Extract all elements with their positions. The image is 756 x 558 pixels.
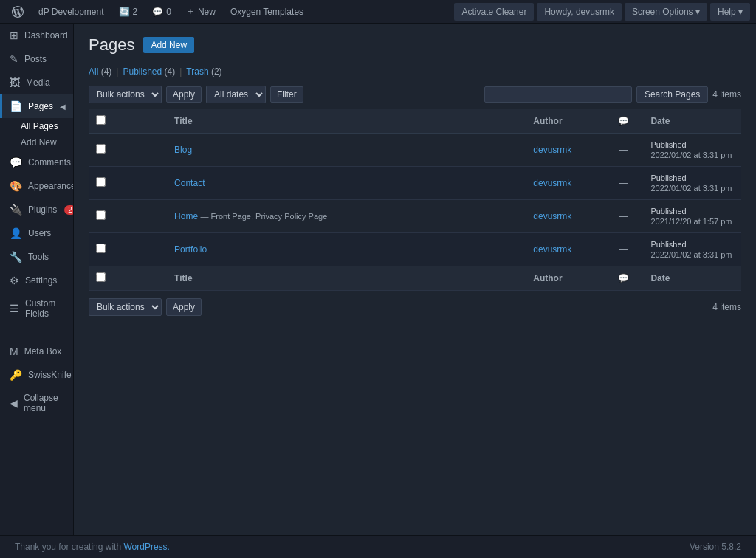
sidebar-item-comments[interactable]: 💬 Comments <box>0 151 73 174</box>
tfoot-date[interactable]: Date <box>643 266 741 291</box>
table-row: Portfolio devusrmk — Published 2022/01/0… <box>89 233 741 266</box>
activate-cleaner-button[interactable]: Activate Cleaner <box>454 3 534 21</box>
site-name-item[interactable]: dP Development <box>32 0 110 24</box>
new-item[interactable]: ＋ New <box>180 0 221 24</box>
row-checkbox-cell <box>89 200 167 233</box>
sidebar-collapse-menu[interactable]: ◀ Collapse menu <box>0 387 73 419</box>
search-pages-button[interactable]: Search Pages <box>636 86 708 103</box>
sidebar-item-tools[interactable]: 🔧 Tools <box>0 245 73 269</box>
bulk-actions-select-bottom[interactable]: Bulk actions <box>89 298 162 316</box>
oxygen-templates-item[interactable]: Oxygen Templates <box>224 0 309 24</box>
filter-sep-1: | <box>116 66 118 77</box>
sidebar-sub-add-new[interactable]: Add New <box>0 134 73 151</box>
row-title-cell-home: Home — Front Page, Privacy Policy Page <box>167 200 526 233</box>
sidebar-item-users[interactable]: 👤 Users <box>0 221 73 245</box>
page-link-portfolio[interactable]: Portfolio <box>174 244 207 255</box>
row-date-cell-portfolio: Published 2022/01/02 at 3:31 pm <box>643 233 741 266</box>
updates-item[interactable]: 🔄 2 <box>113 0 144 24</box>
pages-icon: 📄 <box>10 100 22 112</box>
row-date-cell-contact: Published 2022/01/02 at 3:31 pm <box>643 167 741 200</box>
users-icon: 👤 <box>10 227 22 239</box>
sidebar-item-appearance[interactable]: 🎨 Appearance <box>0 174 73 198</box>
page-title: Pages <box>89 35 134 55</box>
updates-count: 2 <box>133 7 138 17</box>
page-link-contact[interactable]: Contact <box>174 178 205 188</box>
footer-text: Thank you for creating with WordPress. <box>15 542 170 552</box>
sidebar-label-users: Users <box>28 228 51 238</box>
author-link-blog[interactable]: devusrmk <box>533 145 571 155</box>
sidebar-item-meta-box[interactable]: M Meta Box <box>0 340 73 363</box>
settings-icon: ⚙ <box>10 275 19 286</box>
date-status-home: Published <box>650 207 686 216</box>
row-checkbox-contact[interactable] <box>96 177 106 187</box>
row-date-cell-blog: Published 2022/01/02 at 3:31 pm <box>643 134 741 167</box>
th-date[interactable]: Date <box>643 109 741 134</box>
tfoot-title[interactable]: Title <box>167 266 526 291</box>
select-all-checkbox[interactable] <box>96 115 106 125</box>
row-author-cell-home: devusrmk <box>526 200 604 233</box>
filter-button[interactable]: Filter <box>270 86 303 103</box>
table-footer-row: Title Author 💬 Date <box>89 266 741 291</box>
bulk-actions-select-top[interactable]: Bulk actions <box>89 86 162 103</box>
add-new-button[interactable]: Add New <box>143 37 194 53</box>
row-checkbox-portfolio[interactable] <box>96 244 106 253</box>
row-checkbox-cell <box>89 233 167 266</box>
row-checkbox-cell <box>89 134 167 167</box>
filter-sep-2: | <box>179 66 182 77</box>
footer: Thank you for creating with WordPress. V… <box>0 535 756 558</box>
author-link-contact[interactable]: devusrmk <box>533 178 571 188</box>
row-checkbox-home[interactable] <box>96 210 106 220</box>
footer-wp-link[interactable]: WordPress. <box>123 542 169 552</box>
apply-button-bottom[interactable]: Apply <box>166 298 202 316</box>
table-row: Home — Front Page, Privacy Policy Page d… <box>89 200 741 233</box>
page-link-home[interactable]: Home <box>174 211 198 221</box>
meta-box-icon: M <box>10 345 18 357</box>
author-link-home[interactable]: devusrmk <box>533 211 571 221</box>
filter-all[interactable]: All (4) <box>89 66 111 77</box>
sidebar-item-pages[interactable]: 📄 Pages ◀ <box>0 94 73 118</box>
th-author[interactable]: Author <box>526 109 604 134</box>
sidebar-item-swiss-knife[interactable]: 🔑 SwissKnife <box>0 363 73 387</box>
row-title-cell-portfolio: Portfolio <box>167 233 526 266</box>
comments-item[interactable]: 💬 0 <box>146 0 177 24</box>
row-checkbox-blog[interactable] <box>96 144 106 154</box>
date-status-contact: Published <box>650 173 686 182</box>
screen-options-button[interactable]: Screen Options ▾ <box>625 3 707 21</box>
media-icon: 🖼 <box>10 77 20 89</box>
row-author-cell-contact: devusrmk <box>526 167 604 200</box>
author-link-portfolio[interactable]: devusrmk <box>533 244 571 255</box>
date-value-contact: 2022/01/02 at 3:31 pm <box>650 184 732 193</box>
wp-logo-icon <box>12 6 24 18</box>
sidebar-item-custom-fields[interactable]: ☰ Custom Fields <box>0 292 73 325</box>
wp-logo-item[interactable] <box>6 0 30 24</box>
sidebar-item-plugins[interactable]: 🔌 Plugins 2 <box>0 198 73 221</box>
sidebar-label-settings: Settings <box>25 275 57 286</box>
tfoot-comments: 💬 <box>604 266 643 291</box>
sidebar-item-posts[interactable]: ✎ Posts <box>0 47 73 71</box>
table-row: Contact devusrmk — Published 2022/01/02 … <box>89 167 741 200</box>
sidebar-label-collapse: Collapse menu <box>24 393 66 413</box>
sidebar-item-settings[interactable]: ⚙ Settings <box>0 269 73 292</box>
search-input[interactable] <box>484 86 632 103</box>
admin-bar: dP Development 🔄 2 💬 0 ＋ New Oxygen Temp… <box>0 0 756 24</box>
howdy-button[interactable]: Howdy, devusrmk <box>537 3 621 21</box>
sidebar-item-media[interactable]: 🖼 Media <box>0 71 73 94</box>
plus-icon: ＋ <box>186 5 195 18</box>
apply-button-top[interactable]: Apply <box>166 86 202 103</box>
help-button[interactable]: Help ▾ <box>710 3 750 21</box>
sidebar-label-tools: Tools <box>28 252 49 262</box>
filter-published[interactable]: Published (4) <box>123 66 175 77</box>
all-dates-select[interactable]: All dates <box>206 86 266 103</box>
sidebar-item-dashboard[interactable]: ⊞ Dashboard <box>0 24 73 47</box>
row-comments-cell-contact: — <box>604 167 643 200</box>
select-all-bottom-checkbox[interactable] <box>96 272 106 282</box>
sidebar-sub-all-pages[interactable]: All Pages <box>0 118 73 134</box>
sidebar-label-media: Media <box>26 78 50 88</box>
tfoot-author[interactable]: Author <box>526 266 604 291</box>
filter-trash[interactable]: Trash (2) <box>186 66 221 77</box>
new-label: New <box>198 7 216 17</box>
th-title[interactable]: Title <box>167 109 526 134</box>
date-value-home: 2021/12/20 at 1:57 pm <box>650 217 732 226</box>
page-link-blog[interactable]: Blog <box>174 145 192 155</box>
row-author-cell-blog: devusrmk <box>526 134 604 167</box>
